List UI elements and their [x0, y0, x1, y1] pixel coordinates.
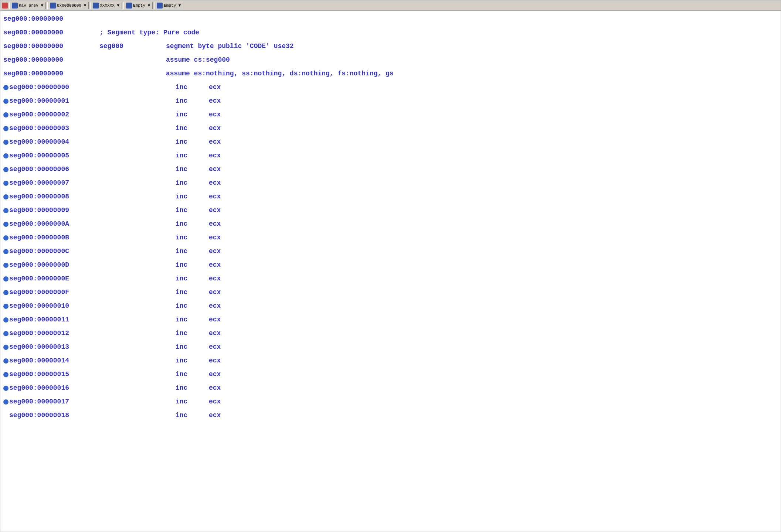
- disasm-line[interactable]: seg000:00000016inc ecx: [3, 381, 778, 395]
- operand: ecx: [209, 149, 221, 163]
- breakpoint-dot[interactable]: [3, 222, 9, 227]
- breakpoint-dot[interactable]: [3, 399, 9, 405]
- address: seg000:00000007: [9, 176, 105, 190]
- disasm-line[interactable]: seg000:00000012inc ecx: [3, 327, 778, 340]
- operand: ecx: [209, 299, 221, 313]
- empty1-button[interactable]: Empty ▼: [123, 2, 153, 9]
- mnemonic: inc: [172, 286, 209, 299]
- breakpoint-dot[interactable]: [3, 358, 9, 364]
- disasm-line[interactable]: seg000:00000000assume es:nothing, ss:not…: [3, 67, 778, 81]
- mnemonic: inc: [172, 381, 209, 395]
- disasm-line[interactable]: seg000:00000004inc ecx: [3, 135, 778, 149]
- address: seg000:00000002: [9, 108, 105, 122]
- address: seg000:0000000B: [9, 231, 105, 245]
- address: seg000:00000009: [9, 204, 105, 217]
- operand: ecx: [209, 231, 221, 245]
- breakpoint-dot[interactable]: [3, 126, 9, 131]
- breakpoint-dot[interactable]: [3, 276, 9, 282]
- breakpoint-dot[interactable]: [3, 413, 9, 418]
- operand: ecx: [209, 258, 221, 272]
- breakpoint-dot[interactable]: [3, 194, 9, 200]
- nav-prev-button[interactable]: nav prev ▼: [9, 2, 46, 9]
- address: seg000:00000000: [3, 26, 99, 40]
- address: seg000:0000000D: [9, 258, 105, 272]
- breakpoint-dot[interactable]: [3, 208, 9, 213]
- disasm-line[interactable]: seg000:0000000Einc ecx: [3, 272, 778, 286]
- mnemonic: inc: [172, 245, 209, 258]
- content-area[interactable]: seg000:00000000seg000:00000000 ; Segment…: [0, 11, 781, 424]
- operand: ecx: [209, 108, 221, 122]
- disasm-line[interactable]: seg000:00000018inc ecx: [3, 409, 778, 422]
- breakpoint-dot[interactable]: [3, 235, 9, 241]
- breakpoint-dot[interactable]: [3, 317, 9, 323]
- breakpoint-dot[interactable]: [3, 85, 9, 90]
- mnemonic: inc: [172, 272, 209, 286]
- operand: ecx: [209, 286, 221, 299]
- xxxxxx-icon: [93, 3, 99, 8]
- breakpoint-dot[interactable]: [3, 140, 9, 145]
- disasm-line[interactable]: seg000:00000014inc ecx: [3, 354, 778, 368]
- disasm-line[interactable]: seg000:00000013inc ecx: [3, 340, 778, 354]
- breakpoint-dot[interactable]: [3, 181, 9, 186]
- breakpoint-dot[interactable]: [3, 386, 9, 391]
- mnemonic: inc: [172, 340, 209, 354]
- empty2-button[interactable]: Empty ▼: [154, 2, 183, 9]
- disasm-line[interactable]: seg000:00000005inc ecx: [3, 149, 778, 163]
- disasm-line[interactable]: seg000:00000001inc ecx: [3, 94, 778, 108]
- address: seg000:0000000C: [9, 245, 105, 258]
- breakpoint-dot[interactable]: [3, 263, 9, 268]
- mnemonic: inc: [172, 395, 209, 409]
- address: seg000:00000010: [9, 299, 105, 313]
- disasm-line[interactable]: seg000:00000011inc ecx: [3, 313, 778, 327]
- address: seg000:0000000E: [9, 272, 105, 286]
- disasm-line[interactable]: seg000:00000009inc ecx: [3, 204, 778, 217]
- operand: ecx: [209, 272, 221, 286]
- breakpoint-dot[interactable]: [3, 345, 9, 350]
- disasm-line[interactable]: seg000:00000000assume cs:seg000: [3, 53, 778, 67]
- breakpoint-dot[interactable]: [3, 167, 9, 172]
- disasm-line[interactable]: seg000:0000000Finc ecx: [3, 286, 778, 299]
- back-icon[interactable]: [2, 3, 8, 8]
- disasm-line[interactable]: seg000:00000010inc ecx: [3, 299, 778, 313]
- address: seg000:00000012: [9, 327, 105, 340]
- operand: ecx: [209, 395, 221, 409]
- operand: ecx: [209, 190, 221, 204]
- disasm-line[interactable]: seg000:00000007inc ecx: [3, 176, 778, 190]
- operand: ecx: [209, 340, 221, 354]
- disasm-line[interactable]: seg000:00000006inc ecx: [3, 163, 778, 176]
- address: seg000:00000000: [9, 81, 105, 94]
- comment-text: ; Segment type: Pure code: [99, 26, 199, 40]
- address: seg000:00000016: [9, 381, 105, 395]
- breakpoint-dot[interactable]: [3, 372, 9, 377]
- breakpoint-dot[interactable]: [3, 99, 9, 104]
- breakpoint-dot[interactable]: [3, 331, 9, 336]
- disasm-line[interactable]: seg000:00000003inc ecx: [3, 122, 778, 135]
- disasm-line[interactable]: seg000:0000000Cinc ecx: [3, 245, 778, 258]
- disasm-line[interactable]: seg000:0000000Dinc ecx: [3, 258, 778, 272]
- breakpoint-dot[interactable]: [3, 304, 9, 309]
- disasm-line[interactable]: seg000:00000015inc ecx: [3, 368, 778, 381]
- breakpoint-dot[interactable]: [3, 249, 9, 254]
- disasm-line[interactable]: seg000:00000000seg000segment byte public…: [3, 40, 778, 53]
- breakpoint-dot[interactable]: [3, 112, 9, 117]
- xxxxxx-button[interactable]: XXXXXX ▼: [90, 2, 122, 9]
- address-button[interactable]: 0x00000000 ▼: [47, 2, 89, 9]
- operand: ecx: [209, 313, 221, 327]
- mnemonic: inc: [172, 190, 209, 204]
- disasm-line[interactable]: seg000:00000017inc ecx: [3, 395, 778, 409]
- disasm-line[interactable]: seg000:0000000Ainc ecx: [3, 217, 778, 231]
- disasm-line[interactable]: seg000:00000000inc ecx: [3, 81, 778, 94]
- address: seg000:00000000: [3, 53, 99, 67]
- disasm-line[interactable]: seg000:0000000Binc ecx: [3, 231, 778, 245]
- breakpoint-dot[interactable]: [3, 153, 9, 158]
- address: seg000:00000015: [9, 368, 105, 381]
- disasm-line[interactable]: seg000:00000000: [3, 12, 778, 26]
- breakpoint-dot[interactable]: [3, 290, 9, 295]
- disasm-line[interactable]: seg000:00000000 ; Segment type: Pure cod…: [3, 26, 778, 40]
- mnemonic: inc: [172, 354, 209, 368]
- address: seg000:00000003: [9, 122, 105, 135]
- disasm-line[interactable]: seg000:00000008inc ecx: [3, 190, 778, 204]
- disasm-line[interactable]: seg000:00000002inc ecx: [3, 108, 778, 122]
- operand: ecx: [209, 176, 221, 190]
- address: seg000:00000013: [9, 340, 105, 354]
